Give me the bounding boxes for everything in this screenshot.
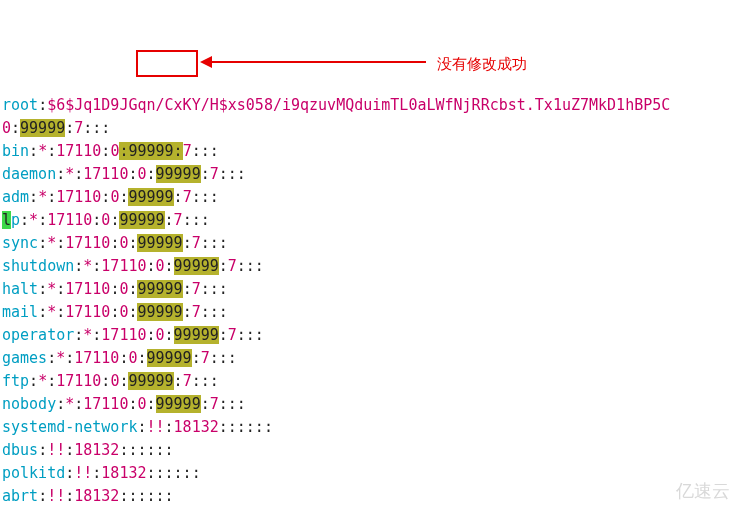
- token-colon: :: [47, 188, 56, 206]
- token-hl: 99999: [156, 165, 201, 183]
- token-num: 7: [183, 142, 192, 160]
- token-colon: :: [219, 326, 228, 344]
- token-colon: :: [38, 96, 47, 114]
- token-star: *: [56, 349, 65, 367]
- token-num: 7: [228, 257, 237, 275]
- token-user: bin: [2, 142, 29, 160]
- token-ex: !: [74, 464, 83, 482]
- token-hl: 99999: [128, 188, 173, 206]
- token-user: ftp: [2, 372, 29, 390]
- token-colon: :: [147, 326, 156, 344]
- token-colon: :: [56, 165, 65, 183]
- token-colon: :: [92, 326, 101, 344]
- token-colon: :: [74, 165, 83, 183]
- shadow-line: mail:*:17110:0:99999:7:::: [2, 301, 738, 324]
- token-colon: :: [47, 372, 56, 390]
- token-num: 18132: [74, 441, 119, 459]
- shadow-line: abrt:!!:18132::::::: [2, 485, 738, 508]
- token-user: games: [2, 349, 47, 367]
- token-star: *: [65, 395, 74, 413]
- token-hash: $6$Jq1D9JGqn/CxKY/H$xs058/i9qzuvMQduimTL…: [47, 96, 670, 114]
- token-colon: :: [38, 280, 47, 298]
- token-colon: :: [20, 211, 29, 229]
- token-colon: :: [29, 372, 38, 390]
- shadow-line: ftp:*:17110:0:99999:7:::: [2, 370, 738, 393]
- token-user: daemon: [2, 165, 56, 183]
- token-colon: :: [56, 234, 65, 252]
- token-colon: :: [65, 349, 74, 367]
- token-colon: :::: [237, 257, 264, 275]
- token-star: *: [65, 165, 74, 183]
- token-colon: :: [65, 441, 74, 459]
- shadow-line: daemon:*:17110:0:99999:7:::: [2, 163, 738, 186]
- token-colon: :: [29, 142, 38, 160]
- token-colon: :: [201, 165, 210, 183]
- token-user: sync: [2, 234, 38, 252]
- token-ex: !: [47, 441, 56, 459]
- token-colon: :: [74, 326, 83, 344]
- token-user: abrt: [2, 487, 38, 505]
- token-user: shutdown: [2, 257, 74, 275]
- token-num: 7: [228, 326, 237, 344]
- token-colon: :: [92, 464, 101, 482]
- annotation-label: 没有修改成功: [437, 52, 527, 75]
- token-colon: :: [147, 257, 156, 275]
- token-hl: 99999: [119, 211, 164, 229]
- token-ex: !: [56, 441, 65, 459]
- shadow-line: bin:*:17110:0:99999:7:::: [2, 140, 738, 163]
- token-colon: :: [183, 234, 192, 252]
- token-num: 17110: [56, 142, 101, 160]
- token-colon: :: [183, 280, 192, 298]
- watermark-text: 亿速云: [676, 480, 730, 503]
- token-ex: !: [83, 464, 92, 482]
- shadow-line: operator:*:17110:0:99999:7:::: [2, 324, 738, 347]
- token-star: *: [38, 142, 47, 160]
- token-user: halt: [2, 280, 38, 298]
- token-colon: :: [165, 326, 174, 344]
- token-star: *: [47, 234, 56, 252]
- annotation-arrow: [210, 61, 426, 63]
- token-colon: :: [201, 395, 210, 413]
- token-ex: !: [47, 487, 56, 505]
- token-user: polkitd: [2, 464, 65, 482]
- shadow-line: dbus:!!:18132::::::: [2, 439, 738, 462]
- watermark: 亿速云: [642, 480, 730, 503]
- token-user: dbus: [2, 441, 38, 459]
- token-colon: :: [147, 165, 156, 183]
- token-colon: ::::::: [219, 418, 273, 436]
- token-colon: :::: [201, 303, 228, 321]
- token-num: 17110: [65, 303, 110, 321]
- shadow-line: sync:*:17110:0:99999:7:::: [2, 232, 738, 255]
- token-colon: :: [56, 280, 65, 298]
- token-hl: 99999: [137, 234, 182, 252]
- token-colon: ::::::: [119, 487, 173, 505]
- token-colon: :: [74, 257, 83, 275]
- shadow-line: 0:99999:7:::: [2, 117, 738, 140]
- token-num: 0: [156, 326, 165, 344]
- token-num: 0: [137, 165, 146, 183]
- token-ex: !: [156, 418, 165, 436]
- token-colon: :: [38, 303, 47, 321]
- token-num: 17110: [101, 257, 146, 275]
- token-colon: :: [165, 257, 174, 275]
- token-hl-l: l: [2, 211, 11, 229]
- token-num: 0: [137, 395, 146, 413]
- token-colon: :: [137, 418, 146, 436]
- token-colon: :: [74, 395, 83, 413]
- token-colon: :: [165, 211, 174, 229]
- token-colon: :::: [183, 211, 210, 229]
- token-colon: :: [183, 303, 192, 321]
- token-star: *: [83, 257, 92, 275]
- token-colon: :: [47, 349, 56, 367]
- token-num: 17110: [65, 280, 110, 298]
- token-colon: :::: [201, 234, 228, 252]
- token-hl: 99999: [128, 372, 173, 390]
- token-num: 18132: [74, 487, 119, 505]
- token-star: *: [47, 280, 56, 298]
- token-user: systemd-network: [2, 418, 137, 436]
- token-star: *: [38, 188, 47, 206]
- token-colon: ::::::: [147, 464, 201, 482]
- token-hash: 0: [2, 119, 11, 137]
- token-colon: :: [56, 395, 65, 413]
- token-num: 7: [174, 211, 183, 229]
